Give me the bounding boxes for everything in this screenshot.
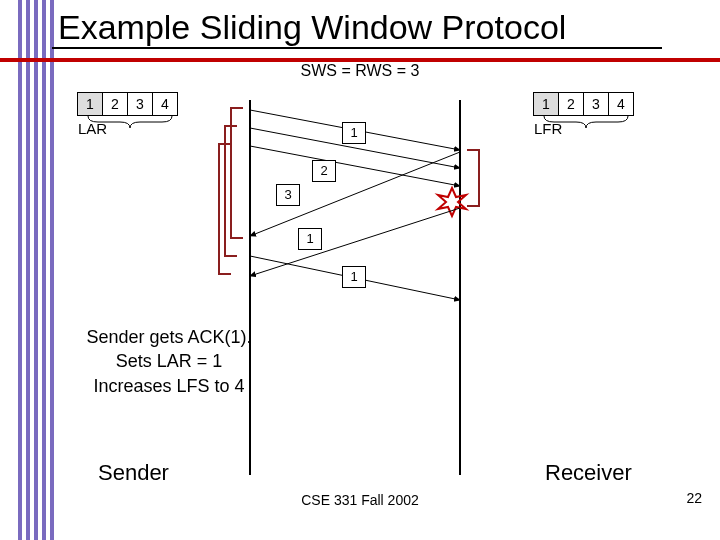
svg-line-4 <box>250 146 460 186</box>
packet-label: 3 <box>276 184 300 206</box>
sender-note-line: Sets LAR = 1 <box>64 349 274 373</box>
sender-note: Sender gets ACK(1). Sets LAR = 1 Increas… <box>64 325 274 398</box>
footer-text: CSE 331 Fall 2002 <box>0 492 720 508</box>
receiver-label: Receiver <box>545 460 632 486</box>
slide: Example Sliding Window Protocol SWS = RW… <box>0 0 720 540</box>
ack-label: 1 <box>298 228 322 250</box>
page-number: 22 <box>686 490 702 506</box>
sender-label: Sender <box>98 460 169 486</box>
sender-note-line: Increases LFS to 4 <box>64 374 274 398</box>
sender-note-line: Sender gets ACK(1). <box>64 325 274 349</box>
packet-label: 2 <box>312 160 336 182</box>
ack-label: 1 <box>342 266 366 288</box>
svg-marker-6 <box>438 188 466 216</box>
packet-label: 1 <box>342 122 366 144</box>
